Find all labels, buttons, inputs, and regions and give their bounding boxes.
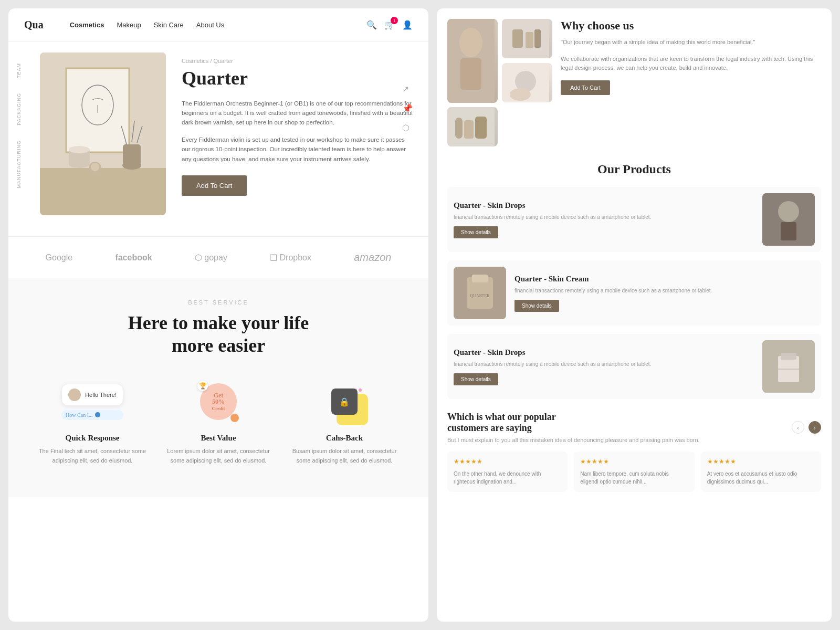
product-image-placeholder: [40, 52, 166, 215]
product-item-2-info: Quarter - Skin Cream financial transacti…: [514, 275, 815, 312]
product-desc-1: The Fiddlerman Orchestra Beginner-1 (or …: [182, 99, 413, 128]
prod-2-svg: QUARTER: [454, 267, 506, 319]
testimonial-card-1: ★★★★★ On the other hand, we denounce wit…: [447, 452, 568, 492]
hand-svg: [502, 63, 549, 102]
chat-bubble: Hello There!: [61, 384, 123, 406]
service-card-cash-back: 🔒 Cahs-Back Busam ipsum dolor sit amet, …: [287, 378, 402, 465]
social-icons: ↗ 📌 ⬡: [402, 84, 413, 133]
stars-2: ★★★★★: [580, 458, 688, 466]
testimonial-text-2: Nam libero tempore, cum soluta nobis eli…: [580, 470, 688, 486]
products-svg: [502, 19, 549, 58]
service-name-cash-back: Cahs-Back: [287, 434, 402, 443]
search-icon[interactable]: 🔍: [366, 20, 377, 30]
orange-dot: [230, 414, 239, 422]
product-list: Quarter - Skin Drops financial transacti…: [447, 187, 821, 399]
prod-1-svg: [762, 193, 815, 246]
testimonial-card-3: ★★★★★ At vero eos et accusamus et iusto …: [701, 452, 821, 492]
product-item-3-image: [762, 340, 815, 393]
why-choose-desc1: "Our journey began with a simple idea of…: [561, 38, 821, 47]
best-value-icon-area: 🏆 Get50%Credit: [161, 378, 276, 425]
cashback-icon-container: 🔒: [331, 388, 358, 415]
product-section: team packaging manufacturing: [8, 42, 428, 231]
svg-rect-1: [40, 168, 166, 215]
percent-label: Get50%Credit: [212, 392, 225, 411]
stars-1: ★★★★★: [454, 458, 561, 466]
svg-rect-28: [781, 222, 796, 240]
instagram-icon[interactable]: ⬡: [402, 123, 413, 133]
lineup-svg: [447, 107, 495, 146]
show-detail-button-2[interactable]: Show details: [514, 300, 559, 312]
svg-rect-14: [460, 58, 481, 90]
nav-makeup[interactable]: Makeup: [117, 21, 141, 29]
cart-icon[interactable]: 🛒1: [384, 20, 395, 30]
lock-icon: 🔒: [339, 397, 350, 407]
svg-rect-16: [512, 29, 523, 48]
our-products-title: Our Products: [447, 162, 821, 176]
why-img-person: [447, 19, 498, 103]
avatar: [68, 388, 81, 401]
product-scene-svg: [40, 52, 166, 215]
testimonial-text-1: On the other hand, we denounce with righ…: [454, 470, 561, 486]
product-item-2-name: Quarter - Skin Cream: [514, 275, 815, 284]
testimonials-section: Which is what our popular customers are …: [447, 412, 821, 492]
pinterest-icon[interactable]: 📌: [402, 103, 413, 113]
nav-links: Cosmetics Makeup Skin Care About Us: [70, 21, 351, 29]
product-image: [40, 52, 166, 215]
svg-rect-25: [475, 117, 487, 139]
testimonial-nav: ‹ ›: [792, 421, 821, 434]
nav-skincare[interactable]: Skin Care: [154, 21, 184, 29]
svg-rect-24: [464, 120, 474, 139]
testimonial-card-2: ★★★★★ Nam libero tempore, cum soluta nob…: [574, 452, 694, 492]
product-item-1-name: Quarter - Skin Drops: [454, 201, 754, 210]
product-item-1-image: [762, 193, 815, 246]
testimonial-text-3: At vero eos et accusamus et iusto odio d…: [707, 470, 815, 486]
testimonials-title: Which is what our popular customers are …: [447, 412, 573, 434]
svg-rect-6: [123, 144, 141, 165]
side-label-packaging: packaging: [16, 93, 22, 125]
user-icon[interactable]: 👤: [402, 20, 413, 30]
why-img-products: [502, 19, 552, 58]
product-item-2-image: QUARTER: [454, 267, 506, 319]
product-desc-2: Every Fiddlerman violin is set up and te…: [182, 135, 413, 164]
svg-point-27: [778, 201, 799, 222]
nav-icons: 🔍 🛒1 👤: [366, 20, 413, 30]
add-to-cart-button[interactable]: Add To Cart: [182, 175, 247, 196]
side-label-team: team: [16, 63, 22, 78]
logo: Qua: [24, 19, 44, 31]
svg-rect-23: [455, 118, 463, 139]
service-desc-cash-back: Busam ipsum dolor sit amet, consectetur …: [287, 447, 402, 465]
why-choose-add-to-cart-button[interactable]: Add To Cart: [561, 80, 610, 95]
prev-testimonial-button[interactable]: ‹: [792, 421, 804, 434]
show-detail-button-3[interactable]: Show details: [454, 373, 498, 385]
stars-3: ★★★★★: [707, 458, 815, 466]
product-title: Quarter: [182, 68, 413, 89]
why-img-lineup: [447, 107, 498, 146]
product-item-3-name: Quarter - Skin Drops: [454, 348, 754, 357]
next-testimonial-button[interactable]: ›: [808, 421, 821, 434]
product-info: Cosmetics / Quarter Quarter The Fiddlerm…: [182, 52, 413, 215]
hello-there-text: Hello There!: [85, 392, 117, 398]
testimonials-desc: But I must explain to you all this mista…: [447, 437, 821, 443]
product-item-2: QUARTER Quarter - Skin Cream financial t…: [447, 260, 821, 326]
brand-logos: Google facebook ⬡ gopay ❑ Dropbox amazon: [8, 236, 428, 278]
product-item-1: Quarter - Skin Drops financial transacti…: [447, 187, 821, 252]
service-name-quick-response: Quick Response: [35, 434, 150, 443]
navbar: Qua Cosmetics Makeup Skin Care About Us …: [8, 8, 428, 42]
how-can-text: How Can I...: [61, 410, 123, 420]
why-choose-title: Why choose us: [561, 19, 821, 33]
amazon-logo: amazon: [354, 251, 391, 264]
svg-rect-18: [534, 29, 541, 48]
share-icon[interactable]: ↗: [402, 84, 413, 94]
product-item-1-info: Quarter - Skin Drops financial transacti…: [454, 201, 754, 238]
show-detail-button-1[interactable]: Show details: [454, 226, 498, 238]
quick-response-icon-area: Hello There! How Can I...: [35, 378, 150, 425]
nav-cosmetics[interactable]: Cosmetics: [70, 21, 104, 29]
gopay-logo: ⬡ gopay: [195, 253, 227, 262]
why-images: [447, 19, 552, 146]
left-panel: Qua Cosmetics Makeup Skin Care About Us …: [8, 8, 428, 622]
product-item-1-desc: financial transactions remotely using a …: [454, 213, 754, 221]
why-img-hand: [502, 63, 552, 102]
chat-ui: Hello There! How Can I...: [61, 384, 123, 420]
svg-point-13: [459, 28, 482, 57]
nav-about[interactable]: About Us: [196, 21, 224, 29]
